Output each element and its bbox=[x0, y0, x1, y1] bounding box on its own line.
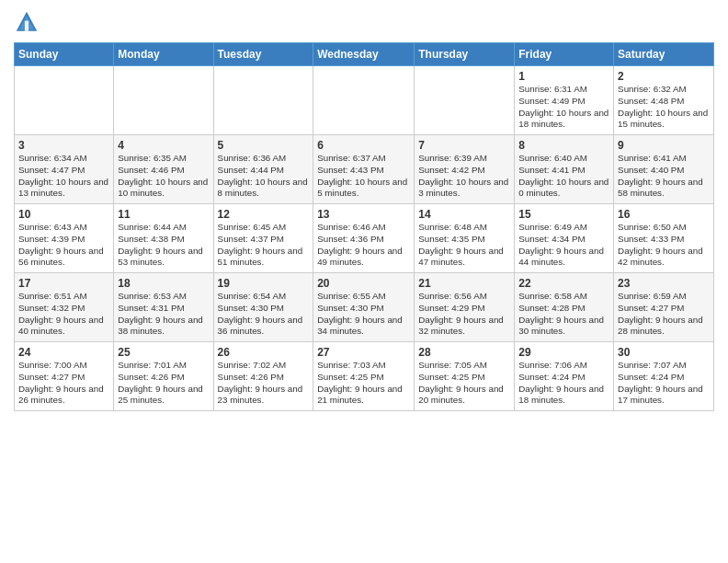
day-info: Sunrise: 6:31 AM Sunset: 4:49 PM Dayligh… bbox=[518, 84, 609, 131]
day-number: 1 bbox=[518, 69, 609, 84]
day-info: Sunrise: 6:55 AM Sunset: 4:30 PM Dayligh… bbox=[317, 291, 410, 338]
calendar-cell bbox=[213, 66, 313, 135]
logo bbox=[14, 9, 43, 35]
calendar-cell bbox=[114, 66, 213, 135]
calendar-cell: 11Sunrise: 6:44 AM Sunset: 4:38 PM Dayli… bbox=[114, 204, 213, 273]
day-info: Sunrise: 6:51 AM Sunset: 4:32 PM Dayligh… bbox=[18, 291, 109, 338]
day-number: 17 bbox=[18, 276, 109, 291]
calendar-cell: 5Sunrise: 6:36 AM Sunset: 4:44 PM Daylig… bbox=[213, 135, 313, 204]
day-number: 19 bbox=[218, 276, 310, 291]
day-info: Sunrise: 7:00 AM Sunset: 4:27 PM Dayligh… bbox=[18, 360, 109, 407]
calendar-cell: 29Sunrise: 7:06 AM Sunset: 4:24 PM Dayli… bbox=[515, 342, 614, 411]
day-number: 10 bbox=[18, 207, 109, 222]
calendar-cell: 8Sunrise: 6:40 AM Sunset: 4:41 PM Daylig… bbox=[515, 135, 614, 204]
calendar-cell: 22Sunrise: 6:58 AM Sunset: 4:28 PM Dayli… bbox=[515, 273, 614, 342]
day-number: 25 bbox=[118, 345, 209, 360]
day-number: 30 bbox=[618, 345, 710, 360]
calendar-week-row: 10Sunrise: 6:43 AM Sunset: 4:39 PM Dayli… bbox=[15, 204, 714, 273]
day-number: 27 bbox=[317, 345, 410, 360]
calendar-week-row: 24Sunrise: 7:00 AM Sunset: 4:27 PM Dayli… bbox=[15, 342, 714, 411]
page-header bbox=[14, 9, 714, 35]
day-number: 4 bbox=[118, 138, 209, 153]
day-info: Sunrise: 6:45 AM Sunset: 4:37 PM Dayligh… bbox=[218, 222, 310, 269]
calendar-body: 1Sunrise: 6:31 AM Sunset: 4:49 PM Daylig… bbox=[15, 66, 714, 411]
calendar-cell bbox=[15, 66, 114, 135]
calendar-cell: 18Sunrise: 6:53 AM Sunset: 4:31 PM Dayli… bbox=[114, 273, 213, 342]
calendar-week-row: 3Sunrise: 6:34 AM Sunset: 4:47 PM Daylig… bbox=[15, 135, 714, 204]
day-info: Sunrise: 7:01 AM Sunset: 4:26 PM Dayligh… bbox=[118, 360, 209, 407]
day-number: 5 bbox=[218, 138, 310, 153]
day-number: 28 bbox=[418, 345, 510, 360]
calendar-table: SundayMondayTuesdayWednesdayThursdayFrid… bbox=[14, 42, 714, 411]
calendar-cell bbox=[415, 66, 515, 135]
day-number: 18 bbox=[118, 276, 209, 291]
day-number: 26 bbox=[218, 345, 310, 360]
calendar-week-row: 1Sunrise: 6:31 AM Sunset: 4:49 PM Daylig… bbox=[15, 66, 714, 135]
calendar-cell: 6Sunrise: 6:37 AM Sunset: 4:43 PM Daylig… bbox=[313, 135, 415, 204]
day-info: Sunrise: 6:46 AM Sunset: 4:36 PM Dayligh… bbox=[317, 222, 410, 269]
day-info: Sunrise: 6:36 AM Sunset: 4:44 PM Dayligh… bbox=[218, 153, 310, 200]
calendar-cell: 13Sunrise: 6:46 AM Sunset: 4:36 PM Dayli… bbox=[313, 204, 415, 273]
day-number: 9 bbox=[618, 138, 710, 153]
calendar-cell: 9Sunrise: 6:41 AM Sunset: 4:40 PM Daylig… bbox=[614, 135, 714, 204]
weekday-header-monday: Monday bbox=[114, 43, 213, 66]
day-info: Sunrise: 6:41 AM Sunset: 4:40 PM Dayligh… bbox=[618, 153, 710, 200]
day-number: 16 bbox=[618, 207, 710, 222]
day-info: Sunrise: 6:34 AM Sunset: 4:47 PM Dayligh… bbox=[18, 153, 109, 200]
calendar-week-row: 17Sunrise: 6:51 AM Sunset: 4:32 PM Dayli… bbox=[15, 273, 714, 342]
calendar-cell: 12Sunrise: 6:45 AM Sunset: 4:37 PM Dayli… bbox=[213, 204, 313, 273]
day-info: Sunrise: 6:48 AM Sunset: 4:35 PM Dayligh… bbox=[418, 222, 510, 269]
day-info: Sunrise: 7:05 AM Sunset: 4:25 PM Dayligh… bbox=[418, 360, 510, 407]
weekday-header-friday: Friday bbox=[515, 43, 614, 66]
day-info: Sunrise: 6:43 AM Sunset: 4:39 PM Dayligh… bbox=[18, 222, 109, 269]
page-container: SundayMondayTuesdayWednesdayThursdayFrid… bbox=[0, 0, 728, 416]
day-number: 7 bbox=[418, 138, 510, 153]
day-info: Sunrise: 6:32 AM Sunset: 4:48 PM Dayligh… bbox=[618, 84, 710, 131]
day-number: 15 bbox=[518, 207, 609, 222]
calendar-cell: 24Sunrise: 7:00 AM Sunset: 4:27 PM Dayli… bbox=[15, 342, 114, 411]
day-number: 29 bbox=[518, 345, 609, 360]
calendar-cell: 4Sunrise: 6:35 AM Sunset: 4:46 PM Daylig… bbox=[114, 135, 213, 204]
weekday-header-thursday: Thursday bbox=[415, 43, 515, 66]
calendar-cell: 21Sunrise: 6:56 AM Sunset: 4:29 PM Dayli… bbox=[415, 273, 515, 342]
day-number: 24 bbox=[18, 345, 109, 360]
day-info: Sunrise: 6:50 AM Sunset: 4:33 PM Dayligh… bbox=[618, 222, 710, 269]
calendar-cell: 1Sunrise: 6:31 AM Sunset: 4:49 PM Daylig… bbox=[515, 66, 614, 135]
calendar-cell: 10Sunrise: 6:43 AM Sunset: 4:39 PM Dayli… bbox=[15, 204, 114, 273]
weekday-header-saturday: Saturday bbox=[614, 43, 714, 66]
calendar-cell: 28Sunrise: 7:05 AM Sunset: 4:25 PM Dayli… bbox=[415, 342, 515, 411]
day-number: 20 bbox=[317, 276, 410, 291]
day-number: 6 bbox=[317, 138, 410, 153]
day-info: Sunrise: 7:06 AM Sunset: 4:24 PM Dayligh… bbox=[518, 360, 609, 407]
calendar-cell: 19Sunrise: 6:54 AM Sunset: 4:30 PM Dayli… bbox=[213, 273, 313, 342]
day-info: Sunrise: 7:02 AM Sunset: 4:26 PM Dayligh… bbox=[218, 360, 310, 407]
day-info: Sunrise: 6:37 AM Sunset: 4:43 PM Dayligh… bbox=[317, 153, 410, 200]
logo-icon bbox=[14, 9, 40, 35]
day-number: 11 bbox=[118, 207, 209, 222]
day-info: Sunrise: 7:03 AM Sunset: 4:25 PM Dayligh… bbox=[317, 360, 410, 407]
calendar-cell: 14Sunrise: 6:48 AM Sunset: 4:35 PM Dayli… bbox=[415, 204, 515, 273]
day-number: 2 bbox=[618, 69, 710, 84]
day-number: 23 bbox=[618, 276, 710, 291]
day-number: 22 bbox=[518, 276, 609, 291]
weekday-header-wednesday: Wednesday bbox=[313, 43, 415, 66]
calendar-cell bbox=[313, 66, 415, 135]
calendar-cell: 17Sunrise: 6:51 AM Sunset: 4:32 PM Dayli… bbox=[15, 273, 114, 342]
day-info: Sunrise: 6:53 AM Sunset: 4:31 PM Dayligh… bbox=[118, 291, 209, 338]
day-info: Sunrise: 6:39 AM Sunset: 4:42 PM Dayligh… bbox=[418, 153, 510, 200]
weekday-header-row: SundayMondayTuesdayWednesdayThursdayFrid… bbox=[15, 43, 714, 66]
day-info: Sunrise: 6:54 AM Sunset: 4:30 PM Dayligh… bbox=[218, 291, 310, 338]
weekday-header-tuesday: Tuesday bbox=[213, 43, 313, 66]
weekday-header-sunday: Sunday bbox=[15, 43, 114, 66]
calendar-header: SundayMondayTuesdayWednesdayThursdayFrid… bbox=[15, 43, 714, 66]
day-number: 12 bbox=[218, 207, 310, 222]
calendar-cell: 27Sunrise: 7:03 AM Sunset: 4:25 PM Dayli… bbox=[313, 342, 415, 411]
calendar-cell: 26Sunrise: 7:02 AM Sunset: 4:26 PM Dayli… bbox=[213, 342, 313, 411]
day-info: Sunrise: 6:59 AM Sunset: 4:27 PM Dayligh… bbox=[618, 291, 710, 338]
day-number: 8 bbox=[518, 138, 609, 153]
day-info: Sunrise: 6:49 AM Sunset: 4:34 PM Dayligh… bbox=[518, 222, 609, 269]
calendar-cell: 23Sunrise: 6:59 AM Sunset: 4:27 PM Dayli… bbox=[614, 273, 714, 342]
day-number: 21 bbox=[418, 276, 510, 291]
day-number: 3 bbox=[18, 138, 109, 153]
svg-rect-2 bbox=[25, 21, 28, 31]
